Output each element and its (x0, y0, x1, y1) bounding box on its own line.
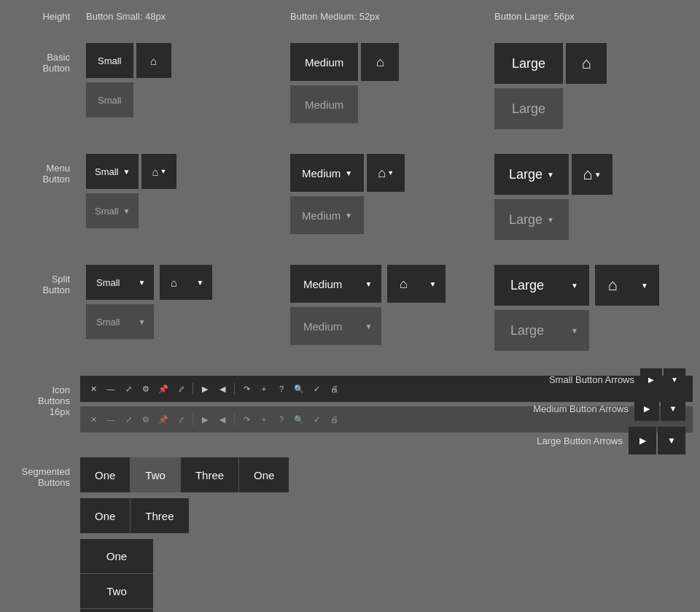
arrow-large-down-btn[interactable]: ▼ (658, 427, 685, 454)
menu-large-disabled-btn[interactable]: Large▼ (494, 199, 569, 240)
seg-vert-two[interactable]: Two (80, 574, 153, 609)
icon-add[interactable]: + (257, 381, 271, 396)
icon-close-disabled[interactable]: ✕ (86, 412, 101, 427)
seg-vert-one[interactable]: One (80, 539, 153, 574)
icon-expand[interactable]: ⤢ (121, 381, 136, 396)
menu-small-disabled-btn[interactable]: Small▼ (86, 193, 139, 228)
seg-btn-one-3[interactable]: One (80, 498, 131, 533)
split-small-icon-arrow[interactable]: ▼ (189, 265, 212, 300)
arrow-large-play-btn[interactable]: ▶ (629, 427, 656, 454)
arrow-medium-down-btn[interactable]: ▼ (661, 396, 685, 421)
basic-large-disabled-btn[interactable]: Large (494, 88, 563, 129)
icon-move-disabled[interactable]: ⤤ (174, 412, 188, 427)
icon-back[interactable]: ◀ (215, 381, 230, 396)
split-large-icon-main[interactable] (595, 265, 630, 306)
seg-horizontal-group: One Two Three One (80, 457, 289, 492)
split-medium-icon-arrow[interactable]: ▼ (419, 265, 446, 303)
large-header: Button Large: 56px (494, 11, 687, 26)
split-small-arrow-btn[interactable]: ▼ (131, 265, 154, 300)
split-medium-arrow-btn[interactable]: ▼ (355, 265, 381, 303)
seg-btn-three-1[interactable]: Three (181, 457, 239, 492)
arrow-small-play-btn[interactable]: ▶ (640, 368, 662, 390)
seg-btn-one-1[interactable]: One (80, 457, 131, 492)
icon-help-disabled[interactable]: ? (274, 412, 289, 427)
icon-check-disabled[interactable]: ✓ (309, 412, 324, 427)
seg-vertical-group: One Two Three (80, 539, 153, 612)
icon-search[interactable]: 🔍 (292, 381, 306, 396)
basic-large-btn[interactable]: Large (494, 43, 563, 84)
arrow-small-down-btn[interactable]: ▼ (664, 368, 685, 390)
seg-btn-one-2[interactable]: One (239, 457, 289, 492)
icon-refresh-disabled[interactable]: ↷ (239, 412, 254, 427)
icon-print[interactable]: 🖨 (327, 381, 341, 396)
split-small-icon-main[interactable] (160, 265, 189, 300)
split-medium-arrow-disabled[interactable]: ▼ (355, 307, 381, 345)
icon-search-disabled[interactable]: 🔍 (292, 412, 306, 427)
seg-vert-three[interactable]: Three (80, 609, 153, 612)
basic-medium-icon-btn[interactable] (361, 43, 399, 81)
icon-pin-disabled[interactable]: 📌 (156, 412, 171, 427)
seg-btn-three-2[interactable]: Three (131, 498, 188, 533)
menu-large-row2: Large▼ (494, 199, 687, 240)
arrow-medium-play-btn[interactable]: ▶ (634, 396, 659, 421)
split-button-row: SplitButton Small ▼ ▼ Small (7, 265, 693, 355)
home-icon-medium (376, 55, 384, 70)
menu-medium-disabled-btn[interactable]: Medium▼ (290, 196, 364, 234)
icon-add-disabled[interactable]: + (257, 412, 271, 427)
basic-medium-row1: Medium (290, 43, 483, 81)
menu-medium-row2: Medium▼ (290, 196, 483, 234)
split-small-row1: Small ▼ ▼ (86, 265, 279, 300)
split-large-icon-group1: ▼ (595, 265, 659, 306)
split-medium-main-btn[interactable]: Medium (290, 265, 355, 303)
icon-refresh[interactable]: ↷ (239, 381, 254, 396)
menu-medium-btn[interactable]: Medium▼ (290, 154, 364, 192)
arrow-medium-row: Medium Button Arrows ▶ ▼ (496, 396, 685, 421)
split-small-main-btn[interactable]: Small (86, 265, 131, 300)
split-medium-main-disabled[interactable]: Medium (290, 307, 355, 345)
icon-minus-disabled[interactable]: — (104, 412, 118, 427)
menu-small-disabled-arrow: ▼ (123, 207, 131, 215)
basic-small-icon-btn[interactable] (136, 43, 171, 78)
icon-buttons-label: IconButtons16px (7, 376, 80, 417)
split-small-arrow-disabled[interactable]: ▼ (131, 304, 154, 339)
menu-large-icon-btn[interactable]: ▼ (572, 154, 612, 195)
icon-back-disabled[interactable]: ◀ (215, 412, 230, 427)
icon-help[interactable]: ? (274, 381, 289, 396)
split-medium-group1: Medium ▼ (290, 265, 381, 303)
split-medium-icon-main[interactable] (387, 265, 419, 303)
split-large-main-disabled[interactable]: Large (494, 310, 560, 351)
arrow-medium-btns: ▶ ▼ (634, 396, 685, 421)
split-large-arrow-disabled[interactable]: ▼ (560, 310, 589, 351)
menu-large-row1: Large▼ ▼ (494, 154, 687, 195)
menu-medium-icon-btn[interactable]: ▼ (367, 154, 405, 192)
icon-pin[interactable]: 📌 (156, 381, 171, 396)
basic-large-icon-btn[interactable] (566, 43, 607, 84)
basic-medium-disabled-btn[interactable]: Medium (290, 85, 358, 123)
icon-check[interactable]: ✓ (309, 381, 324, 396)
menu-large-btn[interactable]: Large▼ (494, 154, 569, 195)
split-small-main-disabled[interactable]: Small (86, 304, 131, 339)
menu-medium-row1: Medium▼ ▼ (290, 154, 483, 192)
menu-small-btn[interactable]: Small▼ (86, 154, 139, 189)
split-large-arrow-btn[interactable]: ▼ (560, 265, 589, 306)
icon-print-disabled[interactable]: 🖨 (327, 412, 341, 427)
split-large-icon-arrow[interactable]: ▼ (630, 265, 659, 306)
basic-small-btn[interactable]: Small (86, 43, 133, 78)
icon-gear[interactable]: ⚙ (139, 381, 153, 396)
icon-sep-2 (234, 383, 235, 395)
basic-large-row2: Large (494, 88, 687, 129)
icon-move[interactable]: ⤤ (174, 381, 188, 396)
icon-minus[interactable]: — (104, 381, 118, 396)
basic-medium-btn[interactable]: Medium (290, 43, 358, 81)
seg-btn-two-1[interactable]: Two (131, 457, 181, 492)
menu-small-icon-btn[interactable]: ▼ (141, 154, 176, 189)
icon-gear-disabled[interactable]: ⚙ (139, 412, 153, 427)
icon-play[interactable]: ▶ (198, 381, 212, 396)
icon-expand-disabled[interactable]: ⤢ (121, 412, 136, 427)
icon-play-disabled[interactable]: ▶ (198, 412, 212, 427)
basic-cols: Small Small Medium Medium (80, 43, 693, 133)
basic-large-col: Large Large (489, 43, 693, 133)
basic-small-disabled-btn[interactable]: Small (86, 82, 133, 117)
split-large-main-btn[interactable]: Large (494, 265, 560, 306)
icon-close[interactable]: ✕ (86, 381, 101, 396)
